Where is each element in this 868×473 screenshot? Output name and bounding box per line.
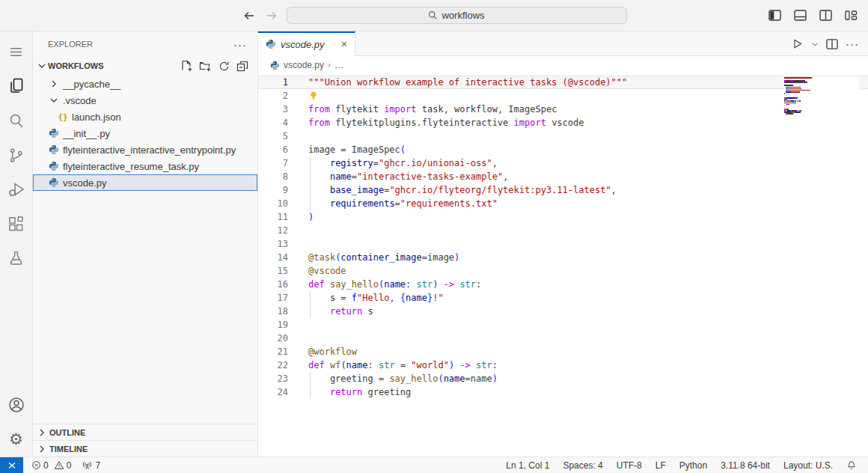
line-number[interactable]: 3 [258, 103, 288, 116]
problems-indicator[interactable]: 0 0 [28, 457, 75, 473]
line-number[interactable]: 16 [258, 278, 288, 291]
code-line-22[interactable]: 22def wf(name: str = "world") -> str: [258, 358, 868, 372]
line-number[interactable]: 12 [258, 224, 288, 237]
code-line-23[interactable]: 23 greeting = say_hello(name=name) [258, 372, 868, 385]
back-button[interactable] [242, 8, 257, 23]
status-cursor-position[interactable]: Ln 1, Col 1 [502, 457, 553, 473]
line-number[interactable]: 20 [258, 332, 288, 345]
status-indentation[interactable]: Spaces: 4 [559, 457, 606, 473]
breadcrumb-file[interactable]: vscode.py [284, 60, 324, 70]
line-number[interactable]: 9 [258, 183, 288, 197]
menu-icon[interactable] [0, 34, 33, 69]
code-line-24[interactable]: 24 return greeting [258, 385, 868, 399]
ports-indicator[interactable]: 7 [78, 457, 104, 473]
panel-outline[interactable]: OUTLINE [33, 424, 257, 440]
code-line-6[interactable]: 6image = ImageSpec( [258, 143, 868, 156]
code-line-19[interactable]: 19 [258, 318, 868, 332]
customize-layout-icon[interactable] [844, 9, 858, 22]
status-eol[interactable]: LF [652, 457, 670, 473]
tree-item-flyteinteractive-interactive-entrypoint-py[interactable]: flyteinteractive_interactive_entrypoint.… [33, 141, 257, 158]
code-line-11[interactable]: 11) [258, 210, 868, 224]
code-line-16[interactable]: 16def say_hello(name: str) -> str: [258, 278, 868, 291]
code-line-10[interactable]: 10 requirements="requirements.txt" [258, 197, 868, 210]
status-language-mode[interactable]: Python [676, 457, 711, 473]
new-file-icon[interactable] [180, 60, 192, 72]
code-line-2[interactable]: 2 [258, 89, 868, 103]
command-center-search[interactable]: workflows [287, 7, 627, 24]
status-keyboard-layout[interactable]: Layout: U.S. [780, 457, 837, 473]
line-number[interactable]: 17 [258, 291, 288, 305]
line-number[interactable]: 11 [258, 210, 288, 224]
code-line-17[interactable]: 17 s = f"Hello, {name}!" [258, 291, 868, 305]
line-number[interactable]: 21 [258, 345, 288, 358]
split-editor-icon[interactable] [819, 9, 832, 22]
more-actions-icon[interactable]: ··· [846, 37, 859, 50]
code-line-8[interactable]: 8 name="interactive-tasks-example", [258, 170, 868, 183]
line-number[interactable]: 8 [258, 170, 288, 183]
code-line-9[interactable]: 9 base_image="ghcr.io/flyteorg/flytekit:… [258, 183, 868, 197]
code-editor[interactable]: 1"""Union workflow example of interactiv… [258, 74, 868, 457]
run-and-debug-icon[interactable] [0, 172, 33, 207]
line-number[interactable]: 7 [258, 156, 288, 170]
breadcrumb-symbol[interactable]: … [334, 60, 343, 70]
code-line-1[interactable]: 1"""Union workflow example of interactiv… [258, 76, 868, 89]
code-line-20[interactable]: 20 [258, 332, 868, 345]
tree-item-vscode-py[interactable]: vscode.py [33, 174, 257, 191]
line-number[interactable]: 24 [258, 385, 288, 399]
new-folder-icon[interactable] [199, 60, 211, 72]
code-line-4[interactable]: 4from flytekitplugins.flyteinteractive i… [258, 116, 868, 129]
code-line-21[interactable]: 21@workflow [258, 345, 868, 358]
code-line-18[interactable]: 18 return s [258, 305, 868, 318]
code-line-12[interactable]: 12 [258, 224, 868, 237]
run-python-file-icon[interactable] [791, 37, 804, 50]
settings-gear-icon[interactable]: ⚙ [0, 422, 33, 457]
line-number[interactable]: 4 [258, 116, 288, 129]
panel-timeline[interactable]: TIMELINE [33, 440, 257, 457]
code-line-3[interactable]: 3from flytekit import task, workflow, Im… [258, 103, 868, 116]
tab-close-icon[interactable]: × [341, 39, 347, 49]
toggle-panel-icon[interactable] [793, 9, 807, 22]
toggle-sidebar-icon[interactable] [768, 9, 781, 22]
refresh-icon[interactable] [218, 60, 230, 72]
run-dropdown-chevron-icon[interactable] [811, 40, 819, 48]
line-number[interactable]: 19 [258, 318, 288, 332]
line-number[interactable]: 13 [258, 237, 288, 251]
line-number[interactable]: 22 [258, 358, 288, 372]
remote-indicator[interactable] [0, 457, 23, 473]
lightbulb-icon[interactable] [309, 91, 318, 100]
search-view-icon[interactable] [0, 103, 33, 138]
code-line-15[interactable]: 15@vscode [258, 264, 868, 278]
sidebar-more-icon[interactable]: ··· [233, 38, 247, 51]
line-number[interactable]: 5 [258, 129, 288, 143]
line-number[interactable]: 1 [258, 76, 288, 89]
line-number[interactable]: 15 [258, 264, 288, 278]
collapse-folders-icon[interactable] [236, 60, 248, 72]
tree-item--init-py[interactable]: __init__.py [33, 125, 257, 141]
tree-item-flyteinteractive-resume-task-py[interactable]: flyteinteractive_resume_task.py [33, 158, 257, 174]
code-line-13[interactable]: 13 [258, 237, 868, 251]
code-line-14[interactable]: 14@task(container_image=image) [258, 251, 868, 264]
notifications-bell-icon[interactable] [843, 457, 861, 473]
explorer-icon[interactable] [0, 69, 33, 103]
source-control-icon[interactable] [0, 138, 33, 172]
testing-icon[interactable] [0, 241, 33, 275]
code-line-5[interactable]: 5 [258, 129, 868, 143]
split-editor-right-icon[interactable] [826, 39, 838, 49]
line-number[interactable]: 14 [258, 251, 288, 264]
code-line-7[interactable]: 7 registry="ghcr.io/unionai-oss", [258, 156, 868, 170]
minimap[interactable] [784, 77, 859, 115]
line-number[interactable]: 18 [258, 305, 288, 318]
workspace-section-header[interactable]: WORKFLOWS [33, 57, 257, 75]
extensions-icon[interactable] [0, 207, 33, 241]
line-number[interactable]: 23 [258, 372, 288, 385]
breadcrumb[interactable]: vscode.py › … [258, 56, 868, 74]
status-encoding[interactable]: UTF-8 [613, 457, 646, 473]
tab-vscode-py[interactable]: vscode.py × [258, 31, 355, 56]
line-number[interactable]: 6 [258, 143, 288, 156]
tree-item-launch-json[interactable]: {}launch.json [33, 109, 257, 125]
line-number[interactable]: 2 [258, 89, 288, 103]
tree-item--vscode[interactable]: .vscode [33, 92, 257, 109]
tree-item--pycache-[interactable]: __pycache__ [33, 76, 257, 92]
line-number[interactable]: 10 [258, 197, 288, 210]
forward-button[interactable] [264, 8, 279, 23]
